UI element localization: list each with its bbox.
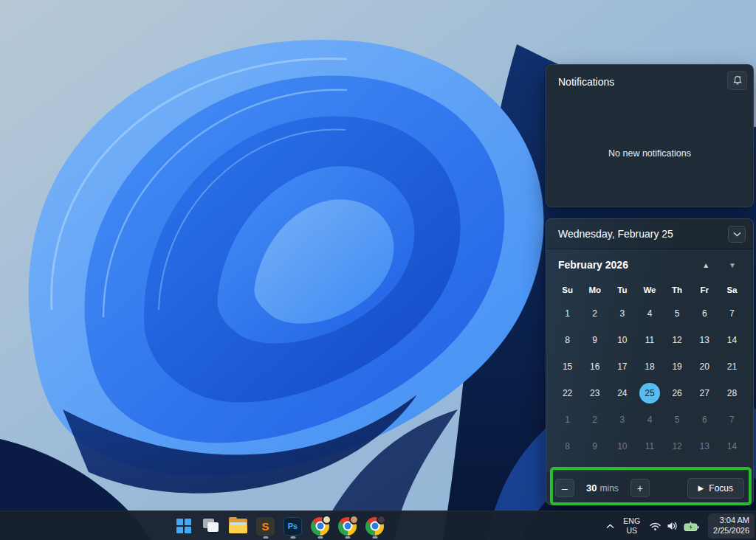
- chrome-profile-3-button[interactable]: [362, 513, 388, 539]
- day-number: 9: [585, 436, 605, 457]
- calendar-day[interactable]: 16: [581, 353, 608, 380]
- weekday-label: Mo: [581, 281, 608, 299]
- chrome-profile-2-button[interactable]: [334, 513, 360, 539]
- calendar-collapse-button[interactable]: [728, 226, 746, 243]
- calendar-day[interactable]: 3: [608, 300, 636, 327]
- quick-settings-button[interactable]: [645, 521, 704, 532]
- calendar-day[interactable]: 13: [691, 327, 718, 353]
- day-number: 9: [585, 330, 605, 350]
- system-tray: ENG US 3:04 AM 2/25/2026: [602, 511, 755, 540]
- calendar-day[interactable]: 5: [664, 406, 691, 433]
- calendar-day[interactable]: 7: [718, 300, 746, 327]
- chrome-profile-1-button[interactable]: [307, 513, 333, 539]
- calendar-day[interactable]: 5: [664, 300, 691, 327]
- calendar-day[interactable]: 6: [691, 300, 718, 327]
- day-number: 1: [557, 409, 578, 430]
- calendar-date-header: Wednesday, February 25: [546, 219, 753, 249]
- file-explorer-button[interactable]: [225, 513, 251, 539]
- calendar-day[interactable]: 14: [718, 327, 746, 353]
- calendar-day[interactable]: 2: [581, 406, 608, 433]
- calendar-day[interactable]: 14: [718, 433, 746, 460]
- wifi-icon: [649, 521, 662, 531]
- month-next-button[interactable]: ▼: [725, 260, 740, 271]
- calendar-day[interactable]: 2: [581, 300, 608, 327]
- focus-start-button[interactable]: ▶ Focus: [687, 478, 744, 499]
- day-number: 21: [721, 356, 742, 377]
- calendar-day[interactable]: 1: [554, 300, 581, 327]
- focus-decrease-button[interactable]: –: [555, 479, 574, 497]
- calendar-day[interactable]: 19: [664, 353, 691, 380]
- calendar-day[interactable]: 4: [636, 406, 663, 433]
- running-indicator: [345, 536, 350, 539]
- clock-date: 2/25/2026: [713, 526, 749, 536]
- language-line2: US: [623, 526, 640, 536]
- calendar-day[interactable]: 15: [554, 353, 581, 380]
- calendar-day[interactable]: 27: [691, 380, 718, 406]
- calendar-day[interactable]: 11: [636, 433, 663, 460]
- clock-button[interactable]: 3:04 AM 2/25/2026: [708, 513, 755, 539]
- calendar-day[interactable]: 9: [581, 327, 608, 353]
- calendar-day[interactable]: 6: [691, 406, 718, 433]
- calendar-day[interactable]: 3: [608, 406, 636, 433]
- sublime-text-button[interactable]: S: [252, 513, 278, 539]
- weekday-label: Sa: [718, 281, 746, 299]
- windows-logo-icon: [176, 519, 191, 533]
- day-number: 12: [667, 436, 687, 457]
- calendar-day[interactable]: 26: [664, 380, 691, 406]
- chrome-icon: [365, 517, 384, 536]
- hidden-icons-button[interactable]: [602, 514, 618, 538]
- calendar-day[interactable]: 21: [718, 353, 746, 380]
- focus-increase-button[interactable]: +: [630, 479, 650, 497]
- day-number: 5: [667, 303, 687, 324]
- task-view-button[interactable]: [198, 513, 224, 539]
- weekday-label: Th: [664, 281, 691, 299]
- chrome-icon: [338, 517, 357, 536]
- calendar-day[interactable]: 24: [608, 380, 636, 406]
- calendar-day[interactable]: 20: [691, 353, 718, 380]
- day-number: 8: [557, 330, 578, 350]
- day-number: 3: [612, 409, 633, 430]
- calendar-day[interactable]: 4: [636, 300, 663, 327]
- day-number: 5: [667, 409, 687, 430]
- language-line1: ENG: [623, 516, 640, 526]
- chevron-up-icon: [606, 524, 614, 529]
- calendar-day[interactable]: 1: [554, 406, 581, 433]
- day-number: 10: [612, 330, 633, 350]
- day-number: 3: [612, 303, 633, 324]
- profile-avatar: [377, 515, 386, 525]
- calendar-day[interactable]: 11: [636, 327, 663, 353]
- day-number: 19: [667, 356, 687, 377]
- calendar-day[interactable]: 8: [554, 433, 581, 460]
- day-number: 22: [557, 383, 578, 404]
- calendar-day[interactable]: 18: [636, 353, 663, 380]
- taskbar-app-icons: SPs: [171, 513, 388, 539]
- taskbar: SPs ENG US: [0, 510, 756, 540]
- weekday-label: Tu: [608, 281, 636, 299]
- chevron-down-icon: ▼: [729, 261, 736, 269]
- calendar-day[interactable]: 13: [691, 433, 718, 460]
- calendar-day[interactable]: 12: [664, 327, 691, 353]
- day-number: 28: [721, 383, 742, 404]
- month-previous-button[interactable]: ▲: [698, 260, 713, 271]
- calendar-day[interactable]: 9: [581, 433, 608, 460]
- calendar-day[interactable]: 17: [608, 353, 636, 380]
- calendar-day-selected[interactable]: 25: [636, 380, 663, 406]
- calendar-day[interactable]: 28: [718, 380, 746, 406]
- day-number: 4: [639, 303, 660, 324]
- calendar-day[interactable]: 12: [664, 433, 691, 460]
- photoshop-button[interactable]: Ps: [280, 513, 306, 539]
- do-not-disturb-button[interactable]: z: [727, 71, 747, 90]
- battery-charging-icon: [684, 521, 700, 532]
- calendar-day[interactable]: 10: [608, 433, 636, 460]
- language-indicator[interactable]: ENG US: [620, 516, 643, 535]
- folder-icon: [229, 519, 247, 533]
- day-number: 11: [639, 330, 660, 350]
- running-indicator: [290, 536, 295, 539]
- notifications-title: Notifications: [558, 76, 614, 88]
- start-button[interactable]: [171, 513, 196, 539]
- calendar-day[interactable]: 22: [554, 380, 581, 406]
- calendar-day[interactable]: 7: [718, 406, 746, 433]
- calendar-day[interactable]: 23: [581, 380, 608, 406]
- calendar-day[interactable]: 10: [608, 327, 636, 353]
- calendar-day[interactable]: 8: [554, 327, 581, 353]
